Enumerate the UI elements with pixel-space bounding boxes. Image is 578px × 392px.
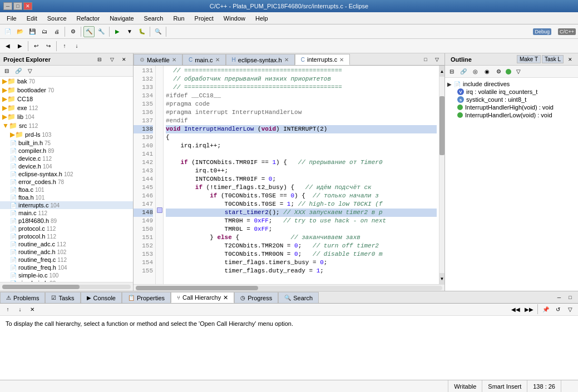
scroll-thumb[interactable]	[439, 96, 444, 155]
list-item[interactable]: 📄 ftoa.h 101	[0, 193, 133, 201]
tab-eclipse-syntax[interactable]: H eclipse-syntax.h ✕	[226, 54, 295, 65]
build-button[interactable]: 🔧	[96, 26, 107, 37]
list-item[interactable]: 📄 compiler.h 89	[0, 147, 133, 155]
menu-source[interactable]: Source	[43, 14, 71, 23]
minimize-button[interactable]: ─	[3, 2, 12, 10]
menu-search[interactable]: Search	[140, 14, 168, 23]
hscroll-thumb[interactable]	[136, 286, 258, 290]
list-item[interactable]: 📄 main.c 112	[0, 209, 133, 217]
tab-makefile[interactable]: ⚙ Makefile ✕	[134, 54, 182, 65]
editor-scrollbar[interactable]: ▲ ▼	[439, 66, 444, 284]
outline-item-isr-low[interactable]: InterruptHandlerLow(void) : void	[447, 111, 576, 119]
back-button[interactable]: ◀	[2, 41, 13, 52]
list-item[interactable]: 📄 routine_freq.h 104	[0, 264, 133, 271]
close-button[interactable]: ✕	[23, 2, 32, 10]
pe-link-button[interactable]: 🔗	[13, 66, 24, 77]
debug-run-button[interactable]: 🐛	[136, 26, 147, 37]
outline-item-includes[interactable]: ▶ 📄 include directives	[447, 80, 576, 88]
prev-annotation-button[interactable]: ↑	[59, 41, 70, 52]
outline-filter-button[interactable]: ◎	[470, 66, 481, 77]
save-all-button[interactable]: 🗂	[39, 26, 50, 37]
run-button[interactable]: ▶	[112, 26, 123, 37]
outline-link-button[interactable]: 🔗	[458, 66, 469, 77]
tab-tasks[interactable]: ☑ Tasks	[45, 292, 80, 303]
list-item[interactable]: ▶📁 prd-ls 103	[0, 130, 133, 139]
pe-close-button[interactable]: ✕	[118, 54, 130, 65]
outline-menu-button[interactable]: ▽	[513, 66, 524, 77]
bottom-minimize-button[interactable]: ─	[554, 292, 565, 303]
hierarchy-menu-button[interactable]: ▽	[565, 304, 576, 315]
tab-console[interactable]: ▶ Console	[81, 292, 122, 303]
tab-problems[interactable]: ⚠ Problems	[0, 292, 45, 303]
code-editor[interactable]: // =====================================…	[164, 66, 439, 284]
list-item[interactable]: ▼📁 src 112	[0, 121, 133, 130]
open-button[interactable]: 📂	[14, 26, 26, 37]
project-explorer-content[interactable]: ▶📁 bak 70 ▶📁 bootloader 70 ▶📁 CC18 ▶📁 ex…	[0, 77, 133, 282]
menu-navigate[interactable]: Navigate	[105, 14, 138, 23]
tab-properties[interactable]: 📋 Properties	[122, 292, 171, 303]
list-item[interactable]: 📄 simple-io.c 100	[0, 271, 133, 279]
outline-close-button[interactable]: ✕	[565, 54, 576, 65]
print-button[interactable]: 🖨	[51, 26, 62, 37]
list-item[interactable]: ▶📁 bootloader 70	[0, 86, 133, 95]
menu-help[interactable]: Help	[251, 14, 273, 23]
menu-edit[interactable]: Edit	[22, 14, 42, 23]
list-item[interactable]: 📄 protocol.h 112	[0, 232, 133, 240]
prev-edit-button[interactable]: ↩	[31, 41, 42, 52]
tab-search[interactable]: 🔍 Search	[278, 292, 319, 303]
maximize-button[interactable]: □	[13, 2, 22, 10]
next-edit-button[interactable]: ↪	[43, 41, 54, 52]
hierarchy-callees-button[interactable]: ▶▶	[523, 304, 535, 315]
tab-main-c[interactable]: C main.c ✕	[182, 54, 226, 65]
menu-project[interactable]: Project	[190, 14, 218, 23]
editor-maximize-button[interactable]: □	[420, 54, 431, 65]
pe-collapse-all-button[interactable]: ⊟	[1, 66, 12, 77]
hierarchy-pin-button[interactable]: 📌	[540, 304, 551, 315]
save-button[interactable]: 💾	[27, 26, 38, 37]
tab-eclipse-syntax-close[interactable]: ✕	[284, 57, 289, 63]
menu-window[interactable]: Window	[219, 14, 250, 23]
scroll-up-button[interactable]: ▲	[439, 66, 444, 77]
outline-item-irq[interactable]: V irq : volatile irq_counters_t	[447, 88, 576, 96]
outline-collapse-button[interactable]: ⊟	[446, 66, 457, 77]
tab-makefile-close[interactable]: ✕	[172, 57, 176, 63]
tab-call-hierarchy[interactable]: ⑂ Call Hierarchy ✕	[171, 292, 234, 303]
hierarchy-callers-button[interactable]: ◀◀	[510, 304, 522, 315]
new-button[interactable]: 📄	[2, 26, 13, 37]
editor-hscroll[interactable]	[134, 284, 444, 291]
list-item[interactable]: 📄 device.h 104	[0, 162, 133, 170]
hierarchy-up-button[interactable]: ↑	[2, 304, 13, 315]
list-item[interactable]: 📄 protocol.c 112	[0, 225, 133, 232]
list-item[interactable]: 📄 routine_freq.c 112	[0, 256, 133, 264]
pe-collapse-button[interactable]: ⊟	[94, 54, 105, 65]
forward-button[interactable]: ▶	[14, 41, 26, 52]
list-item[interactable]: 📄 interrupts.c 104	[0, 201, 133, 209]
pe-filter-button[interactable]: ▽	[24, 66, 36, 77]
run-dropdown[interactable]: ▼	[124, 26, 135, 37]
tab-progress[interactable]: ◷ Progress	[234, 292, 278, 303]
outline-settings-button[interactable]: ⚙	[493, 66, 504, 77]
next-annotation-button[interactable]: ↓	[71, 41, 82, 52]
list-item[interactable]: 📄 built_in.h 75	[0, 139, 133, 147]
list-item[interactable]: 📄 eclipse-syntax.h 102	[0, 170, 133, 178]
tab-interrupts-close[interactable]: ✕	[339, 57, 344, 63]
outline-tab-label[interactable]: Outline	[447, 55, 475, 64]
search-btn[interactable]: 🔍	[152, 26, 164, 37]
list-item[interactable]: 📄 routine_adc.h 102	[0, 248, 133, 256]
menu-file[interactable]: File	[2, 14, 21, 23]
make-tab[interactable]: Make T	[517, 55, 541, 63]
tab-call-hierarchy-close[interactable]: ✕	[223, 294, 228, 301]
list-item[interactable]: ▶📁 lib 104	[0, 112, 133, 121]
menu-run[interactable]: Run	[169, 14, 189, 23]
list-item[interactable]: 📄 routine_adc.c 112	[0, 240, 133, 248]
list-item[interactable]: ▶📁 bak 70	[0, 77, 133, 86]
outline-filter2-button[interactable]: ◉	[481, 66, 492, 77]
tab-interrupts-c[interactable]: C interrupts.c ✕	[295, 54, 350, 65]
list-item[interactable]: 📄 error_codes.h 78	[0, 178, 133, 186]
outline-item-isr-high[interactable]: InterruptHandlerHigh(void) : void	[447, 103, 576, 111]
tab-main-c-close[interactable]: ✕	[215, 57, 220, 63]
list-item[interactable]: 📄 device.c 112	[0, 155, 133, 162]
bottom-maximize-button[interactable]: □	[565, 292, 576, 303]
list-item[interactable]: 📄 p18f4680.h 89	[0, 217, 133, 225]
task-tab[interactable]: Task L	[542, 55, 564, 63]
